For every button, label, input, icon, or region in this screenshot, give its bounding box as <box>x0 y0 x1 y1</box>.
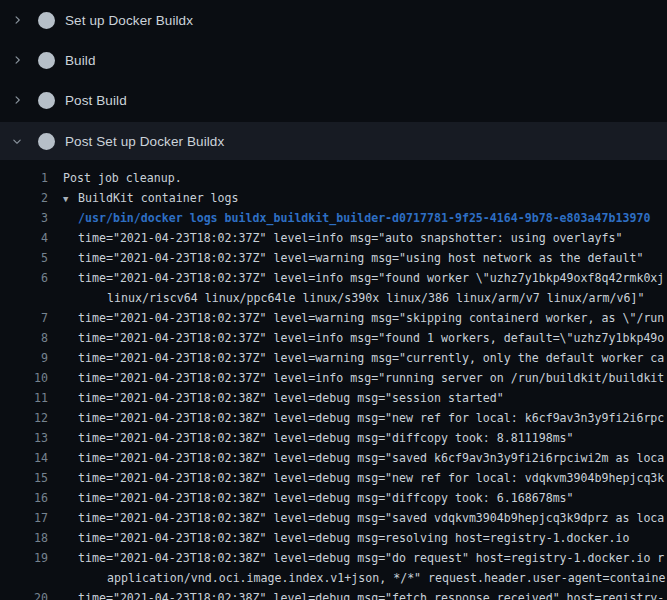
line-body: ▼BuildKit container logs <box>48 188 239 209</box>
log-line: 13time="2021-04-23T18:02:38Z" level=debu… <box>0 428 667 448</box>
line-number[interactable]: 15 <box>0 468 48 488</box>
line-body: time="2021-04-23T18:02:37Z" level=info m… <box>48 368 664 388</box>
step-label: Set up Docker Buildx <box>65 13 193 28</box>
log-line: 8time="2021-04-23T18:02:37Z" level=info … <box>0 328 667 348</box>
log-line: 7time="2021-04-23T18:02:37Z" level=warni… <box>0 308 667 328</box>
log-line-continuation: linux/riscv64 linux/ppc64le linux/s390x … <box>0 288 667 308</box>
line-number[interactable]: 6 <box>0 268 48 288</box>
line-text: time="2021-04-23T18:02:38Z" level=debug … <box>78 591 664 600</box>
line-body: time="2021-04-23T18:02:37Z" level=info m… <box>48 268 664 288</box>
line-text: time="2021-04-23T18:02:37Z" level=warnin… <box>78 251 643 265</box>
line-number[interactable]: 2 <box>0 188 48 208</box>
log-line: 12time="2021-04-23T18:02:38Z" level=debu… <box>0 408 667 428</box>
line-text: time="2021-04-23T18:02:38Z" level=debug … <box>78 391 504 405</box>
line-text: time="2021-04-23T18:02:38Z" level=debug … <box>78 411 664 425</box>
line-number[interactable]: 12 <box>0 408 48 428</box>
line-text: BuildKit container logs <box>78 191 239 205</box>
check-circle-icon <box>38 133 55 150</box>
log-line: 3/usr/bin/docker logs buildx_buildkit_bu… <box>0 208 667 228</box>
line-body: time="2021-04-23T18:02:37Z" level=warnin… <box>48 248 643 268</box>
line-text: time="2021-04-23T18:02:37Z" level=warnin… <box>78 311 664 325</box>
log-line: 2▼BuildKit container logs <box>0 188 667 208</box>
line-text: time="2021-04-23T18:02:38Z" level=debug … <box>78 471 664 485</box>
line-text: time="2021-04-23T18:02:38Z" level=debug … <box>78 431 574 445</box>
line-body: time="2021-04-23T18:02:38Z" level=debug … <box>48 448 664 468</box>
step-row[interactable]: Build <box>0 40 667 80</box>
log-line: 1Post job cleanup. <box>0 168 667 188</box>
line-body: time="2021-04-23T18:02:38Z" level=debug … <box>48 428 574 448</box>
log-line: 10time="2021-04-23T18:02:37Z" level=info… <box>0 368 667 388</box>
check-circle-icon <box>38 52 55 69</box>
chevron-down-icon <box>11 135 23 147</box>
line-text: time="2021-04-23T18:02:38Z" level=debug … <box>78 451 664 465</box>
line-number[interactable]: 4 <box>0 228 48 248</box>
line-number[interactable]: 9 <box>0 348 48 368</box>
log-line: 14time="2021-04-23T18:02:38Z" level=debu… <box>0 448 667 468</box>
line-number[interactable]: 14 <box>0 448 48 468</box>
line-body: time="2021-04-23T18:02:38Z" level=debug … <box>48 388 504 408</box>
step-row[interactable]: Set up Docker Buildx <box>0 0 667 40</box>
chevron-right-icon <box>11 14 23 26</box>
line-body: time="2021-04-23T18:02:38Z" level=debug … <box>48 468 664 488</box>
line-text: time="2021-04-23T18:02:37Z" level=info m… <box>78 271 664 285</box>
step-label: Post Set up Docker Buildx <box>65 134 224 149</box>
check-circle-icon <box>38 12 55 29</box>
chevron-right-icon <box>11 54 23 66</box>
log-lines: 1Post job cleanup.2▼BuildKit container l… <box>0 160 667 600</box>
line-body: /usr/bin/docker logs buildx_buildkit_bui… <box>48 208 650 228</box>
line-number[interactable]: 11 <box>0 388 48 408</box>
log-line: 6time="2021-04-23T18:02:37Z" level=info … <box>0 268 667 288</box>
line-number[interactable]: 3 <box>0 208 48 228</box>
line-text: time="2021-04-23T18:02:38Z" level=debug … <box>78 491 574 505</box>
line-text: time="2021-04-23T18:02:38Z" level=debug … <box>78 511 664 525</box>
log-line: 17time="2021-04-23T18:02:38Z" level=debu… <box>0 508 667 528</box>
group-toggle-icon[interactable]: ▼ <box>63 189 78 209</box>
line-number[interactable]: 13 <box>0 428 48 448</box>
line-number[interactable]: 19 <box>0 548 48 568</box>
line-text: time="2021-04-23T18:02:38Z" level=debug … <box>78 531 629 545</box>
line-text: time="2021-04-23T18:02:37Z" level=info m… <box>78 331 664 345</box>
log-line: 16time="2021-04-23T18:02:38Z" level=debu… <box>0 488 667 508</box>
line-text: time="2021-04-23T18:02:37Z" level=info m… <box>78 231 622 245</box>
line-text: application/vnd.oci.image.index.v1+json,… <box>48 568 667 588</box>
line-body: time="2021-04-23T18:02:37Z" level=info m… <box>48 228 622 248</box>
step-row[interactable]: Post Build <box>0 80 667 120</box>
line-body: time="2021-04-23T18:02:37Z" level=warnin… <box>48 348 664 368</box>
log-line: 4time="2021-04-23T18:02:37Z" level=info … <box>0 228 667 248</box>
line-body: time="2021-04-23T18:02:38Z" level=debug … <box>48 508 664 528</box>
line-number[interactable]: 18 <box>0 528 48 548</box>
step-row[interactable]: Post Set up Docker Buildx <box>0 122 667 160</box>
line-text: linux/riscv64 linux/ppc64le linux/s390x … <box>48 288 644 308</box>
line-text: time="2021-04-23T18:02:37Z" level=warnin… <box>78 351 664 365</box>
line-number[interactable]: 8 <box>0 328 48 348</box>
line-body: time="2021-04-23T18:02:37Z" level=info m… <box>48 328 664 348</box>
line-number[interactable]: 17 <box>0 508 48 528</box>
line-body: time="2021-04-23T18:02:38Z" level=debug … <box>48 488 574 508</box>
log-line-continuation: application/vnd.oci.image.index.v1+json,… <box>0 568 667 588</box>
line-body: time="2021-04-23T18:02:38Z" level=debug … <box>48 588 664 600</box>
log-line: 20time="2021-04-23T18:02:38Z" level=debu… <box>0 588 667 600</box>
log-line: 19time="2021-04-23T18:02:38Z" level=debu… <box>0 548 667 568</box>
line-text: time="2021-04-23T18:02:38Z" level=debug … <box>78 551 664 565</box>
log-line: 9time="2021-04-23T18:02:37Z" level=warni… <box>0 348 667 368</box>
line-number[interactable]: 16 <box>0 488 48 508</box>
check-circle-icon <box>38 92 55 109</box>
line-text: /usr/bin/docker logs buildx_buildkit_bui… <box>78 211 650 225</box>
line-body: time="2021-04-23T18:02:38Z" level=debug … <box>48 548 664 568</box>
step-label: Build <box>65 53 96 68</box>
log-line: 18time="2021-04-23T18:02:38Z" level=debu… <box>0 528 667 548</box>
line-number[interactable]: 7 <box>0 308 48 328</box>
line-body: time="2021-04-23T18:02:37Z" level=warnin… <box>48 308 664 328</box>
line-body: time="2021-04-23T18:02:38Z" level=debug … <box>48 408 664 428</box>
log-line: 11time="2021-04-23T18:02:38Z" level=debu… <box>0 388 667 408</box>
step-label: Post Build <box>65 93 127 108</box>
line-number[interactable]: 1 <box>0 168 48 188</box>
line-number[interactable]: 10 <box>0 368 48 388</box>
line-number[interactable]: 20 <box>0 588 48 600</box>
line-text: time="2021-04-23T18:02:37Z" level=info m… <box>78 371 664 385</box>
log-line: 5time="2021-04-23T18:02:37Z" level=warni… <box>0 248 667 268</box>
log-line: 15time="2021-04-23T18:02:38Z" level=debu… <box>0 468 667 488</box>
line-number[interactable]: 5 <box>0 248 48 268</box>
actions-log-viewer: Set up Docker Buildx Build Post Build <box>0 0 667 600</box>
line-text: Post job cleanup. <box>63 171 182 185</box>
